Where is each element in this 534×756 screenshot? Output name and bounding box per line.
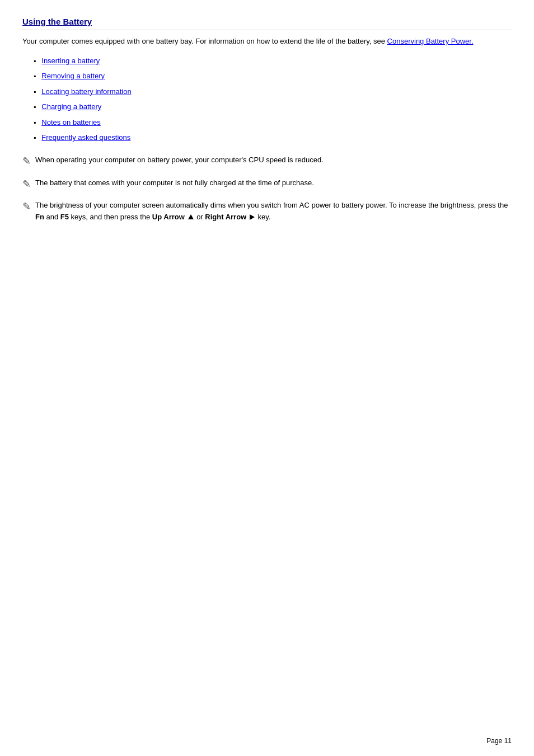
intro-paragraph: Your computer comes equipped with one ba… — [22, 36, 512, 48]
list-item: Frequently asked questions — [34, 132, 512, 143]
note-text-1: When operating your computer on battery … — [35, 154, 512, 166]
right-arrow-icon — [250, 214, 255, 220]
charging-battery-link[interactable]: Charging a battery — [41, 101, 101, 112]
page-label: Page — [486, 737, 502, 745]
page-title: Using the Battery — [22, 17, 512, 30]
note-2: ✎ The battery that comes with your compu… — [22, 177, 512, 192]
notes-on-batteries-link[interactable]: Notes on batteries — [41, 117, 101, 128]
list-item: Removing a battery — [34, 71, 512, 82]
right-arrow-label: Right Arrow — [205, 213, 246, 221]
note-text-3: The brightness of your computer screen a… — [35, 200, 512, 223]
up-arrow-icon — [188, 214, 194, 219]
intro-text: Your computer comes equipped with one ba… — [22, 37, 385, 45]
page-footer: Page 11 — [486, 737, 512, 745]
removing-battery-link[interactable]: Removing a battery — [41, 71, 105, 82]
list-item: Locating battery information — [34, 86, 512, 97]
page-number: 11 — [504, 737, 512, 745]
page-container: Using the Battery Your computer comes eq… — [0, 0, 534, 265]
note-1: ✎ When operating your computer on batter… — [22, 154, 512, 170]
conserving-battery-link[interactable]: Conserving Battery Power. — [387, 37, 474, 45]
f5-key-label: F5 — [60, 213, 69, 221]
locating-battery-link[interactable]: Locating battery information — [41, 86, 131, 97]
list-item: Charging a battery — [34, 101, 512, 112]
note-icon-3: ✎ — [22, 199, 31, 215]
bullet-list: Inserting a battery Removing a battery L… — [34, 55, 512, 143]
note-icon-2: ✎ — [22, 176, 31, 192]
list-item: Inserting a battery — [34, 55, 512, 67]
inserting-battery-link[interactable]: Inserting a battery — [41, 55, 100, 67]
note-text-2: The battery that comes with your compute… — [35, 177, 512, 189]
note-3: ✎ The brightness of your computer screen… — [22, 200, 512, 223]
list-item: Notes on batteries — [34, 117, 512, 128]
fn-key-label: Fn — [35, 213, 44, 221]
note-icon-1: ✎ — [22, 153, 31, 170]
up-arrow-label: Up Arrow — [152, 213, 185, 221]
faq-link[interactable]: Frequently asked questions — [41, 132, 130, 143]
